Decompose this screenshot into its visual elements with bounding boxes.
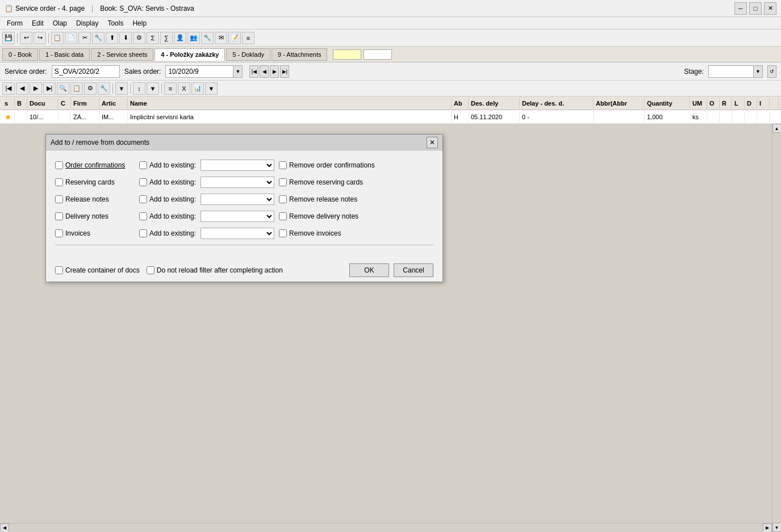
remove-release-notes-label[interactable]: Remove release notes (279, 195, 433, 203)
dialog-close-button[interactable]: ✕ (427, 137, 438, 148)
tool2-first[interactable]: |◀ (2, 82, 15, 95)
add-existing-delivery-notes-checkbox[interactable] (139, 212, 147, 220)
menu-olap[interactable]: Olap (48, 18, 72, 28)
tool2-next[interactable]: ▶ (30, 82, 42, 95)
tool-redo[interactable]: ↪ (34, 32, 46, 44)
add-existing-order-confirmations-checkbox[interactable] (139, 161, 147, 169)
tool2-b1[interactable]: 📋 (70, 82, 83, 95)
menu-display[interactable]: Display (72, 18, 103, 28)
tool2-search[interactable]: 🔍 (57, 82, 69, 95)
reserving-cards-checkbox-label[interactable]: Reserving cards (55, 178, 135, 186)
menu-tools[interactable]: Tools (103, 18, 128, 28)
tool-b2[interactable]: ⬇ (119, 32, 132, 44)
remove-invoices-label[interactable]: Remove invoices (279, 229, 433, 237)
add-existing-invoices-label[interactable]: Add to existing: (139, 229, 196, 237)
add-existing-order-confirmations-label[interactable]: Add to existing: (139, 161, 196, 169)
dialog-ok-button[interactable]: OK (349, 263, 389, 277)
scroll-left-button[interactable]: ◀ (0, 523, 9, 533)
tool-b5[interactable]: 👤 (174, 32, 186, 44)
tab-0-book[interactable]: 0 - Book (2, 48, 38, 61)
remove-reserving-cards-checkbox[interactable] (279, 178, 287, 186)
order-confirmations-checkbox[interactable] (55, 161, 63, 169)
release-notes-checkbox[interactable] (55, 195, 63, 203)
add-existing-reserving-cards-label[interactable]: Add to existing: (139, 178, 196, 186)
remove-delivery-notes-checkbox[interactable] (279, 212, 287, 220)
add-existing-order-confirmations-select[interactable] (201, 160, 274, 171)
scroll-up-button[interactable]: ▲ (772, 124, 782, 133)
nav-last[interactable]: ▶| (280, 65, 289, 78)
dialog-cancel-button[interactable]: Cancel (394, 263, 433, 277)
scroll-right-button[interactable]: ▶ (763, 523, 772, 533)
invoices-checkbox[interactable] (55, 229, 63, 237)
tool-b4[interactable]: ∑ (160, 32, 173, 44)
scroll-down-button[interactable]: ▼ (772, 523, 782, 532)
tab-1-basic-data[interactable]: 1 - Basic data (39, 48, 90, 61)
add-existing-reserving-cards-select[interactable] (201, 177, 274, 188)
tool2-prev[interactable]: ◀ (16, 82, 28, 95)
remove-delivery-notes-label[interactable]: Remove delivery notes (279, 212, 433, 220)
tool-undo[interactable]: ↩ (20, 32, 32, 44)
stage-dropdown[interactable]: ▼ (754, 65, 763, 78)
sales-order-dropdown[interactable]: ▼ (233, 65, 243, 78)
add-existing-invoices-select[interactable] (201, 228, 274, 239)
add-existing-delivery-notes-label[interactable]: Add to existing: (139, 212, 196, 220)
tool-b3[interactable]: ⚙ (133, 32, 145, 44)
remove-order-confirmations-checkbox[interactable] (279, 161, 287, 169)
add-existing-invoices-checkbox[interactable] (139, 229, 147, 237)
service-order-input[interactable] (52, 65, 120, 78)
invoices-checkbox-label[interactable]: Invoices (55, 229, 135, 237)
stage-input[interactable] (708, 65, 754, 78)
no-reload-checkbox[interactable] (147, 266, 154, 274)
tool-b6[interactable]: 👥 (187, 32, 200, 44)
create-container-checkbox[interactable] (55, 266, 63, 274)
tool-save[interactable]: 💾 (2, 32, 15, 44)
nav-prev[interactable]: ◀ (260, 65, 269, 78)
close-button[interactable]: ✕ (764, 2, 776, 15)
tool2-excel[interactable]: X (178, 82, 190, 95)
menu-help[interactable]: Help (128, 18, 151, 28)
tool-b1[interactable]: ⬆ (106, 32, 118, 44)
tool2-sort[interactable]: ↕ (133, 82, 145, 95)
tab-5-doklady[interactable]: 5 - Doklady (226, 48, 270, 61)
menu-form[interactable]: Form (2, 18, 27, 28)
tool-sum[interactable]: Σ (147, 32, 159, 44)
remove-reserving-cards-label[interactable]: Remove reserving cards (279, 178, 433, 186)
tool-b9[interactable]: 📝 (228, 32, 241, 44)
tool2-list[interactable]: ≡ (164, 82, 177, 95)
tab-input-1[interactable] (333, 49, 361, 60)
tool-cut[interactable]: ✂ (78, 32, 91, 44)
tool-b10[interactable]: ≡ (242, 32, 254, 44)
tool2-b3[interactable]: 🔧 (98, 82, 110, 95)
tab-input-2[interactable] (364, 49, 392, 60)
release-notes-checkbox-label[interactable]: Release notes (55, 195, 135, 203)
remove-order-confirmations-label[interactable]: Remove order confirmations (279, 161, 433, 169)
tool-filter[interactable]: 🔧 (92, 32, 105, 44)
tool2-last[interactable]: ▶| (43, 82, 56, 95)
add-existing-reserving-cards-checkbox[interactable] (139, 178, 147, 186)
delivery-notes-checkbox[interactable] (55, 212, 63, 220)
tool2-filter[interactable]: ▼ (115, 82, 128, 95)
create-container-label[interactable]: Create container of docs (55, 266, 140, 274)
tool2-b4[interactable]: 📊 (191, 82, 204, 95)
tool2-b2[interactable]: ⚙ (84, 82, 97, 95)
sales-order-input[interactable] (165, 65, 233, 78)
menu-edit[interactable]: Edit (27, 18, 48, 28)
add-existing-release-notes-label[interactable]: Add to existing: (139, 195, 196, 203)
stage-refresh[interactable]: ↺ (767, 65, 776, 78)
no-reload-label[interactable]: Do not reload filter after completing ac… (147, 266, 283, 274)
maximize-button[interactable]: □ (749, 2, 762, 15)
order-confirmations-checkbox-label[interactable]: Order confirmations (55, 161, 135, 169)
add-existing-release-notes-select[interactable] (201, 194, 274, 205)
minimize-button[interactable]: ─ (734, 2, 747, 15)
delivery-notes-checkbox-label[interactable]: Delivery notes (55, 212, 135, 220)
add-existing-release-notes-checkbox[interactable] (139, 195, 147, 203)
table-row[interactable]: ★ 10/... ZÁ... IM... Implicitní servisní… (0, 110, 781, 124)
tab-2-service-sheets[interactable]: 2 - Service sheets (91, 48, 153, 61)
tab-9-attachments[interactable]: 9 - Attachments (272, 48, 327, 61)
remove-release-notes-checkbox[interactable] (279, 195, 287, 203)
tool2-sort2[interactable]: ▼ (147, 82, 159, 95)
nav-first[interactable]: |◀ (249, 65, 258, 78)
tool-copy[interactable]: 📋 (51, 32, 64, 44)
tool-b8[interactable]: ✉ (215, 32, 227, 44)
remove-invoices-checkbox[interactable] (279, 229, 287, 237)
